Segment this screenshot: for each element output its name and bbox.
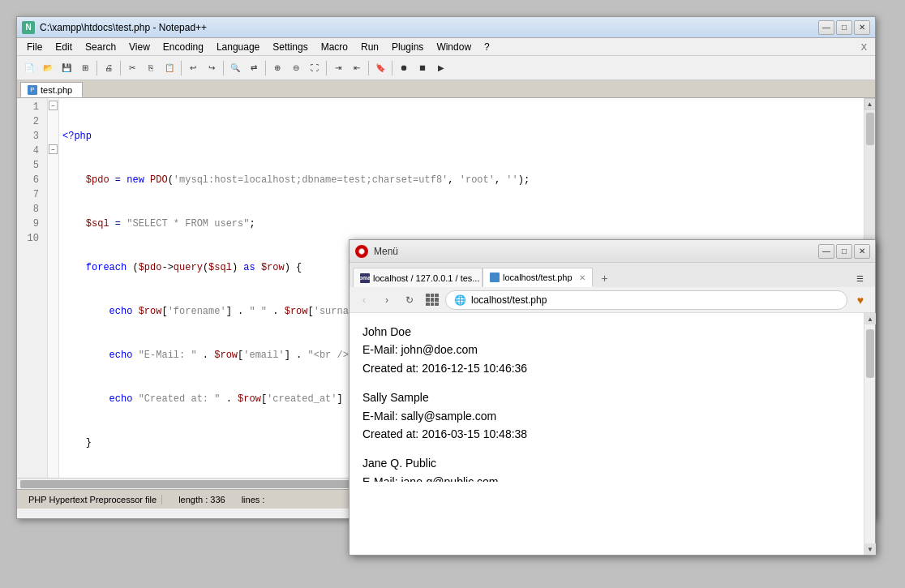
notepad-maximize-button[interactable]: □ <box>836 20 852 35</box>
opera-logo <box>354 244 369 259</box>
browser-tab-menu-button[interactable]: ☰ <box>851 269 869 287</box>
toolbar-outdent[interactable]: ⇤ <box>348 59 366 77</box>
browser-tab-localhost[interactable]: localhost/test.php ✕ <box>483 268 593 287</box>
url-globe-icon: 🌐 <box>454 294 466 306</box>
line-num-8: 8 <box>17 202 42 217</box>
status-lines: lines : <box>242 495 265 504</box>
browser-window: Menü — □ ✕ pma localhost / 127.0.0.1 / t… <box>349 239 876 556</box>
line-num-9: 9 <box>17 217 42 231</box>
pma-icon: pma <box>360 273 370 283</box>
toolbar-save[interactable]: 💾 <box>58 59 75 77</box>
favorite-button[interactable]: ♥ <box>851 290 870 310</box>
menu-file[interactable]: File <box>20 40 49 54</box>
code-line-2: $pdo = new PDO('mysql:host=localhost;dbn… <box>62 173 860 187</box>
user-3-name: Jane Q. Public <box>362 454 859 472</box>
menu-language[interactable]: Language <box>210 40 266 54</box>
menu-close-x[interactable]: X <box>856 41 872 54</box>
fold-icon-4[interactable]: − <box>49 144 58 154</box>
user-2-created: Created at: 2016-03-15 10:48:38 <box>362 425 859 443</box>
toolbar-save-all[interactable]: ⊞ <box>76 59 94 77</box>
browser-tab-pma[interactable]: pma localhost / 127.0.0.1 / tes... ✕ <box>353 268 483 287</box>
notepad-menubar: File Edit Search View Encoding Language … <box>17 38 875 56</box>
browser-tab-localhost-close[interactable]: ✕ <box>579 273 585 282</box>
toolbar-indent[interactable]: ⇥ <box>329 59 347 77</box>
toolbar-full-screen[interactable]: ⛶ <box>306 59 324 77</box>
menu-window[interactable]: Window <box>430 40 478 54</box>
toolbar-sep-7 <box>368 61 369 75</box>
url-bar[interactable]: 🌐 localhost/test.php <box>445 290 847 310</box>
browser-scroll-up-button[interactable]: ▲ <box>864 313 876 324</box>
toolbar-new[interactable]: 📄 <box>20 59 38 77</box>
browser-grid-button[interactable] <box>422 290 442 310</box>
menu-edit[interactable]: Edit <box>49 40 79 54</box>
notepad-app-icon: N <box>22 21 35 34</box>
toolbar-macro-play[interactable]: ▶ <box>432 59 450 77</box>
vscroll-up-button[interactable]: ▲ <box>864 98 876 109</box>
menu-macro[interactable]: Macro <box>315 40 354 54</box>
toolbar-macro-record[interactable]: ⏺ <box>395 59 413 77</box>
menu-settings[interactable]: Settings <box>266 40 314 54</box>
notepad-title: C:\xampp\htdocs\test.php - Notepad++ <box>40 22 818 33</box>
toolbar-sep-1 <box>97 61 97 75</box>
line-num-7: 7 <box>17 187 42 202</box>
toolbar-sep-8 <box>392 61 392 75</box>
tab-test-php[interactable]: P test.php <box>20 82 83 97</box>
browser-forward-button[interactable]: › <box>377 290 397 310</box>
url-text[interactable]: localhost/test.php <box>471 294 839 306</box>
menu-search[interactable]: Search <box>79 40 122 54</box>
toolbar-replace[interactable]: ⇄ <box>245 59 263 77</box>
browser-new-tab-button[interactable]: + <box>596 269 614 287</box>
toolbar-redo[interactable]: ↪ <box>203 59 221 77</box>
toolbar-sep-5 <box>265 61 266 75</box>
code-line-3: $sql = "SELECT * FROM users"; <box>62 217 860 231</box>
line-num-5: 5 <box>17 158 42 173</box>
user-entry-2: Sally Sample E-Mail: sally@sample.com Cr… <box>362 388 859 443</box>
vscroll-thumb[interactable] <box>866 113 874 145</box>
toolbar-find[interactable]: 🔍 <box>226 59 244 77</box>
status-length: length : 336 <box>178 495 225 504</box>
user-2-email: E-Mail: sally@sample.com <box>362 407 859 425</box>
menu-help[interactable]: ? <box>478 40 496 54</box>
fold-icon-1[interactable]: − <box>49 101 58 110</box>
user-entry-1: John Doe E-Mail: john@doe.com Created at… <box>362 323 859 377</box>
user-entry-3: Jane Q. Public E-Mail: jane-q@public.com… <box>362 454 859 482</box>
user-1-email: E-Mail: john@doe.com <box>362 341 859 358</box>
toolbar-sep-6 <box>326 61 327 75</box>
toolbar-zoom-out[interactable]: ⊖ <box>287 59 305 77</box>
browser-scroll-thumb[interactable] <box>866 329 874 378</box>
menu-plugins[interactable]: Plugins <box>385 40 430 54</box>
browser-minimize-button[interactable]: — <box>818 244 834 259</box>
toolbar-paste[interactable]: 📋 <box>161 59 178 77</box>
toolbar-bookmark[interactable]: 🔖 <box>371 59 389 77</box>
browser-close-button[interactable]: ✕ <box>854 244 870 259</box>
toolbar-sep-4 <box>223 61 224 75</box>
menu-run[interactable]: Run <box>354 40 385 54</box>
user-1-name: John Doe <box>362 323 859 341</box>
localhost-icon <box>490 273 500 282</box>
browser-vertical-scrollbar[interactable]: ▲ ▼ <box>864 313 875 555</box>
browser-maximize-button[interactable]: □ <box>836 244 852 259</box>
toolbar-zoom-in[interactable]: ⊕ <box>268 59 286 77</box>
line-num-1: 1 <box>17 100 42 114</box>
toolbar-open[interactable]: 📂 <box>39 59 57 77</box>
browser-refresh-button[interactable]: ↻ <box>400 290 419 310</box>
menu-encoding[interactable]: Encoding <box>157 40 210 54</box>
notepad-minimize-button[interactable]: — <box>818 20 834 35</box>
toolbar-undo[interactable]: ↩ <box>184 59 202 77</box>
browser-scroll-down-button[interactable]: ▼ <box>864 543 876 555</box>
browser-tab-pma-label: localhost / 127.0.0.1 / tes... <box>373 273 479 283</box>
toolbar-copy[interactable]: ⎘ <box>142 59 160 77</box>
toolbar-cut[interactable]: ✂ <box>123 59 141 77</box>
tab-label: test.php <box>41 85 72 95</box>
browser-menu-label[interactable]: Menü <box>374 246 818 257</box>
menu-view[interactable]: View <box>122 40 157 54</box>
notepad-titlebar: N C:\xampp\htdocs\test.php - Notepad++ —… <box>17 17 875 38</box>
line-num-2: 2 <box>17 114 42 129</box>
notepad-close-button[interactable]: ✕ <box>854 20 870 35</box>
user-1-created: Created at: 2016-12-15 10:46:36 <box>362 359 859 377</box>
toolbar-print[interactable]: 🖨 <box>100 59 118 77</box>
toolbar-macro-stop[interactable]: ⏹ <box>414 59 431 77</box>
line-num-10: 10 <box>17 231 42 246</box>
user-2-name: Sally Sample <box>362 388 859 406</box>
browser-back-button[interactable]: ‹ <box>354 290 374 310</box>
